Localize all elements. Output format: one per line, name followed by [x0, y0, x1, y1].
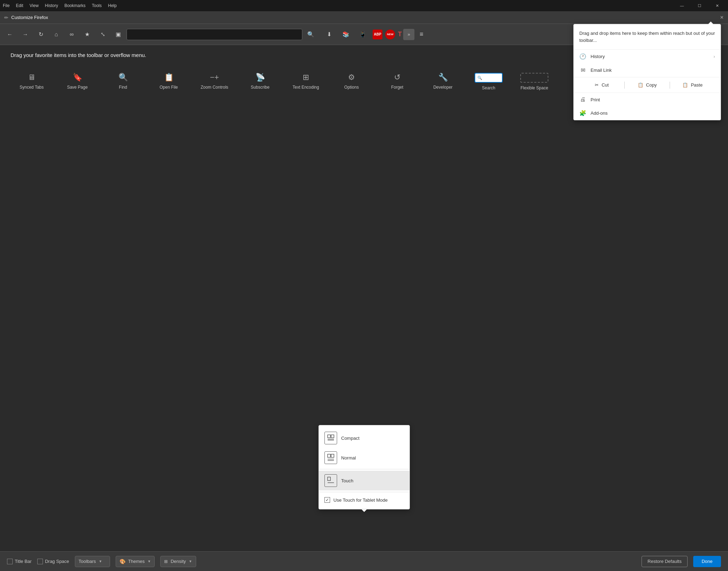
overflow-addons-item[interactable]: 🧩 Add-ons — [574, 106, 721, 120]
item-text-encoding[interactable]: ⊞ Text Encoding — [285, 69, 327, 95]
save-page-label: Save Page — [67, 85, 88, 90]
history-label: History — [591, 54, 709, 59]
reload-button[interactable]: ↻ — [34, 27, 48, 42]
toolbars-dropdown[interactable]: Toolbars ▼ — [75, 556, 110, 567]
title-bar-label: Title Bar — [15, 559, 32, 564]
themes-swatch-icon: 🎨 — [120, 559, 125, 564]
menu-file[interactable]: File — [3, 3, 9, 8]
minimize-button[interactable]: — — [674, 0, 690, 11]
themes-arrow-icon: ▼ — [148, 559, 151, 563]
toolbars-arrow-icon: ▼ — [99, 559, 102, 563]
search-box-visual: 🔍 — [475, 73, 503, 83]
back-button[interactable]: ← — [3, 27, 17, 42]
menu-bookmarks[interactable]: Bookmarks — [64, 3, 85, 8]
title-bar-checkbox[interactable] — [7, 559, 13, 564]
density-compact-item[interactable]: Compact — [319, 428, 410, 448]
touch-tablet-row[interactable]: ✓ Use Touch for Tablet Mode — [319, 494, 410, 506]
forward-button[interactable]: → — [18, 27, 32, 42]
drag-space-checkbox-item[interactable]: Drag Space — [37, 559, 69, 564]
svg-rect-8 — [328, 477, 330, 481]
find-icon: 🔍 — [118, 73, 128, 82]
touch-tablet-checkbox[interactable]: ✓ — [324, 497, 330, 503]
pip-button[interactable]: ▣ — [111, 27, 125, 42]
reader-button[interactable]: ∞ — [65, 27, 79, 42]
close-button[interactable]: ✕ — [709, 0, 725, 11]
text-encoding-icon: ⊞ — [303, 73, 309, 82]
themes-label: Themes — [128, 559, 145, 564]
overflow-email-link-item[interactable]: ✉ Email Link — [574, 63, 721, 77]
item-find[interactable]: 🔍 Find — [102, 69, 144, 95]
new-extension[interactable]: NEW — [385, 30, 395, 39]
maximize-button[interactable]: ☐ — [691, 0, 708, 11]
paste-icon: 📋 — [682, 82, 688, 88]
item-open-file[interactable]: 📋 Open File — [148, 69, 190, 95]
download-button[interactable]: ⬇ — [322, 27, 336, 42]
item-search[interactable]: 🔍 Search — [468, 69, 510, 95]
item-subscribe[interactable]: 📡 Subscribe — [239, 69, 281, 95]
paste-label: Paste — [691, 82, 702, 88]
popup-caret — [361, 509, 367, 512]
url-bar[interactable] — [127, 29, 302, 40]
cut-button[interactable]: ✂ Cut — [579, 81, 624, 89]
done-button[interactable]: Done — [693, 556, 721, 567]
window-controls: — ☐ ✕ — [674, 0, 725, 11]
drag-space-checkbox[interactable] — [37, 559, 43, 564]
menu-view[interactable]: View — [30, 3, 39, 8]
touch-tablet-label: Use Touch for Tablet Mode — [334, 497, 388, 503]
library-button[interactable]: 📚 — [339, 27, 353, 42]
customize-close-icon[interactable]: ✕ — [720, 15, 724, 20]
abp-extension[interactable]: ABP — [373, 30, 382, 39]
item-zoom-controls[interactable]: −+ Zoom Controls — [193, 69, 236, 95]
item-synced-tabs[interactable]: 🖥 Synced Tabs — [11, 69, 53, 95]
normal-label: Normal — [341, 455, 356, 461]
zoom-controls-icon: −+ — [210, 73, 219, 82]
search-button[interactable]: 🔍 — [304, 27, 318, 42]
cut-label: Cut — [601, 82, 608, 88]
hamburger-button[interactable]: ≡ — [416, 29, 427, 40]
copy-button[interactable]: 📋 Copy — [625, 81, 670, 89]
density-divider-2 — [319, 492, 410, 492]
overflow-button[interactable]: » — [403, 29, 414, 40]
touch-density-icon — [324, 474, 337, 487]
flexible-space-label: Flexible Space — [521, 85, 548, 90]
synced-tabs-button[interactable]: 📱 — [356, 27, 370, 42]
density-popup: Compact Normal Touch — [318, 425, 410, 509]
search-box-icon: 🔍 — [477, 76, 482, 80]
themes-dropdown[interactable]: 🎨 Themes ▼ — [116, 556, 155, 567]
svg-marker-10 — [361, 509, 367, 512]
cut-icon: ✂ — [595, 82, 599, 88]
paste-button[interactable]: 📋 Paste — [670, 81, 715, 89]
t-extension[interactable]: T — [398, 31, 402, 38]
density-grid-icon: ⊞ — [164, 559, 168, 564]
item-developer[interactable]: 🔧 Developer — [422, 69, 464, 95]
density-dropdown[interactable]: ⊞ Density ▼ — [160, 556, 196, 567]
item-flexible-space[interactable]: Flexible Space — [513, 69, 555, 95]
compact-density-icon — [324, 432, 337, 444]
menu-help[interactable]: Help — [108, 3, 117, 8]
main-content: Drag your favorite items into the toolba… — [0, 45, 728, 538]
density-touch-item[interactable]: Touch — [319, 471, 410, 490]
item-forget[interactable]: ↺ Forget — [376, 69, 418, 95]
home-button[interactable]: ⌂ — [49, 27, 63, 42]
restore-defaults-button[interactable]: Restore Defaults — [642, 556, 688, 567]
density-normal-item[interactable]: Normal — [319, 448, 410, 468]
print-label: Print — [591, 97, 715, 102]
bottom-bar: Title Bar Drag Space Toolbars ▼ 🎨 Themes… — [0, 551, 728, 571]
overflow-panel: Drag and drop items here to keep them wi… — [573, 24, 721, 120]
fullscreen-button[interactable]: ⤡ — [96, 27, 110, 42]
history-icon: 🕐 — [579, 53, 586, 60]
menu-tools[interactable]: Tools — [92, 3, 102, 8]
overflow-print-item[interactable]: 🖨 Print — [574, 93, 721, 106]
menu-history[interactable]: History — [45, 3, 58, 8]
forget-label: Forget — [391, 85, 404, 90]
title-bar-checkbox-item[interactable]: Title Bar — [7, 559, 32, 564]
bookmarks-star-button[interactable]: ★ — [80, 27, 94, 42]
menu-edit[interactable]: Edit — [16, 3, 23, 8]
density-arrow-icon: ▼ — [189, 559, 192, 563]
overflow-history-item[interactable]: 🕐 History › — [574, 50, 721, 63]
item-options[interactable]: ⚙ Options — [330, 69, 373, 95]
text-encoding-label: Text Encoding — [292, 85, 319, 90]
flexible-space-visual — [520, 73, 548, 83]
developer-icon: 🔧 — [438, 73, 448, 82]
item-save-page[interactable]: 🔖 Save Page — [56, 69, 98, 95]
